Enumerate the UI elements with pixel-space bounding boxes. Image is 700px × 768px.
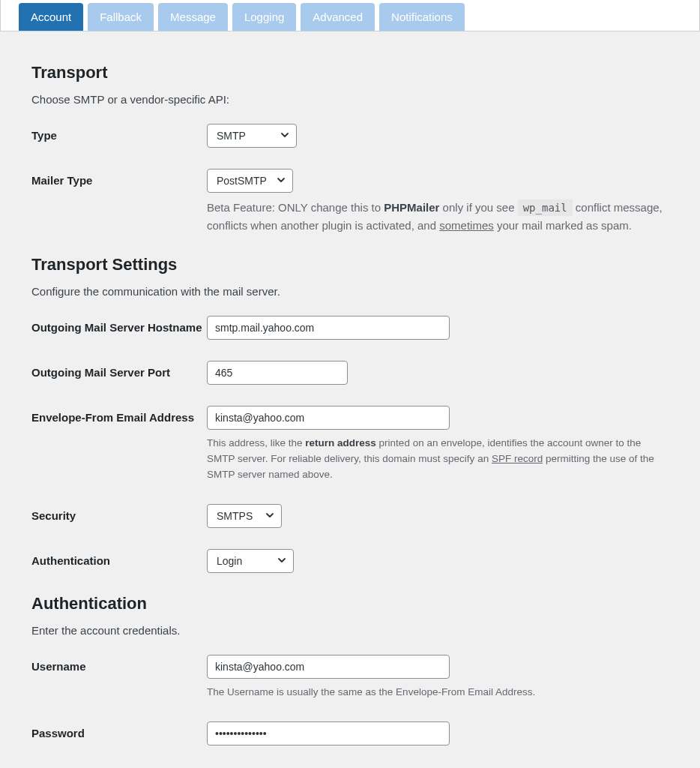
tab-advanced[interactable]: Advanced [301,3,375,31]
select-security[interactable]: SMTPS [207,504,282,528]
tabs-bar: Account Fallback Message Logging Advance… [0,0,700,32]
section-heading-transport: Transport [31,63,669,82]
tab-fallback[interactable]: Fallback [88,3,154,31]
label-type: Type [31,124,207,143]
select-mailer-type[interactable]: PostSMTP [207,169,293,193]
section-heading-authentication: Authentication [31,594,669,614]
select-authentication[interactable]: Login [207,549,294,573]
label-hostname: Outgoing Mail Server Hostname [31,316,207,335]
section-desc-authentication: Enter the account credentials. [31,624,669,637]
label-mailer-type: Mailer Type [31,169,207,188]
envelope-help-text: This address, like the return address pr… [207,436,664,483]
select-type[interactable]: SMTP [207,124,297,148]
input-envelope[interactable] [207,406,450,430]
input-password[interactable] [207,722,450,746]
input-port[interactable] [207,361,348,385]
tab-logging[interactable]: Logging [232,3,296,31]
tab-notifications[interactable]: Notifications [379,3,465,31]
label-security: Security [31,504,207,524]
mailer-help-text: Beta Feature: ONLY change this to PHPMai… [207,199,664,234]
label-authentication: Authentication [31,549,207,568]
tab-message[interactable]: Message [158,3,228,31]
label-password: Password [31,722,207,741]
section-desc-transport-settings: Configure the communication with the mai… [31,285,669,298]
username-help-text: The Username is usually the same as the … [207,685,664,700]
label-port: Outgoing Mail Server Port [31,361,207,380]
section-heading-transport-settings: Transport Settings [31,255,669,274]
section-desc-transport: Choose SMTP or a vendor-specific API: [31,93,669,106]
tab-account[interactable]: Account [19,3,83,31]
input-hostname[interactable] [207,316,450,340]
label-username: Username [31,655,207,674]
input-username[interactable] [207,655,450,679]
label-envelope: Envelope-From Email Address [31,406,207,425]
